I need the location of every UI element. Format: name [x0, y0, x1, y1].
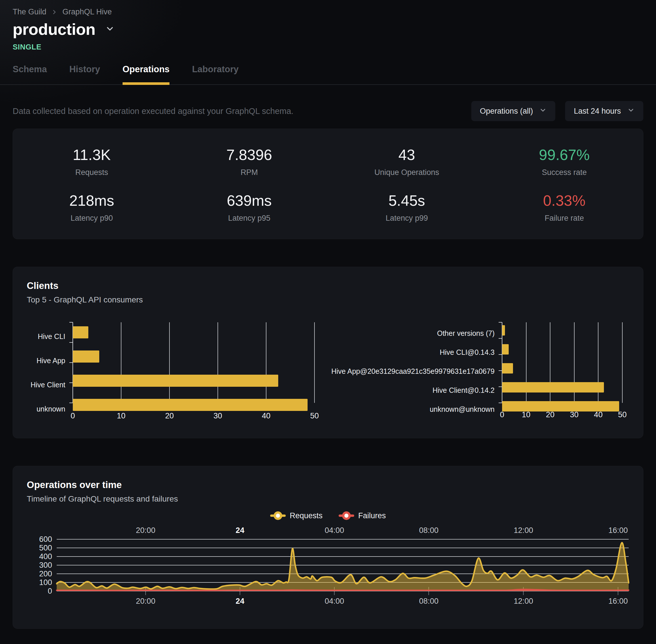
tab-bar: Schema History Operations Laboratory — [0, 64, 656, 85]
clients-card-title: Clients — [27, 280, 629, 291]
time-label-bottom: 24 — [236, 597, 244, 606]
axis-tick — [499, 322, 502, 323]
axis-tick-label: 40 — [594, 410, 603, 419]
bar-rows: Hive CLIHive AppHive Clientunknown — [73, 326, 314, 407]
time-label-bottom: 12:00 — [514, 597, 533, 606]
bar-category-label: Hive App@20e3129caa921c35e9979631e17a067… — [333, 363, 495, 379]
chevron-right-icon — [51, 9, 58, 16]
bar-category-label: Hive Client — [27, 375, 65, 395]
legend-marker-icon — [338, 511, 354, 520]
page: { "breadcrumb": { "items": ["The Guild",… — [0, 0, 656, 644]
bar-row: Hive Client@0.14.2 — [502, 382, 622, 398]
axis-tick-label: 30 — [570, 410, 579, 419]
bar-row: Hive Client — [73, 375, 314, 395]
stat-value: 99.67% — [486, 146, 643, 163]
legend-dot-icon — [342, 511, 351, 520]
legend-label: Failures — [358, 511, 386, 520]
bar-rows: Other versions (7)Hive CLI@0.14.3Hive Ap… — [502, 325, 622, 406]
stat-requests: 11.3K Requests — [13, 139, 171, 184]
axis-tick-label: 0 — [500, 410, 504, 419]
stat-label: Success rate — [486, 168, 643, 177]
stat-label: RPM — [171, 168, 328, 177]
bar-x-axis: 01020304050 — [502, 406, 622, 421]
stat-rpm: 7.8396 RPM — [171, 139, 328, 184]
stat-value: 0.33% — [486, 192, 643, 209]
filters: Operations (all) Last 24 hours — [471, 101, 643, 121]
axis-tick — [69, 362, 73, 363]
bar-category-label: Hive CLI — [27, 326, 65, 346]
tab-schema[interactable]: Schema — [13, 64, 47, 84]
axis-tick — [69, 383, 73, 383]
bar-x-axis: 01020304050 — [73, 407, 314, 422]
time-label-bottom: 08:00 — [419, 597, 439, 606]
operations-timeline-chart: 20:0020:00242404:0004:0008:0008:0012:001… — [27, 526, 629, 612]
requests-area — [57, 543, 629, 591]
legend-item-requests[interactable]: Requests — [270, 511, 323, 520]
axis-tick — [499, 387, 502, 387]
breadcrumb-org-link[interactable]: The Guild — [13, 7, 46, 16]
legend-item-failures[interactable]: Failures — [338, 511, 386, 520]
stat-value: 43 — [328, 146, 486, 163]
y-tick-label: 100 — [27, 578, 52, 587]
axis-tick — [69, 342, 73, 343]
page-title: production — [13, 20, 95, 39]
period-filter-dropdown[interactable]: Last 24 hours — [565, 101, 643, 121]
stat-value: 7.8396 — [171, 146, 328, 163]
bar-category-label: Hive Client@0.14.2 — [333, 382, 495, 398]
time-label-bottom: 04:00 — [325, 597, 344, 606]
stat-label: Latency p90 — [13, 214, 171, 223]
stat-latency-p95: 639ms Latency p95 — [171, 184, 328, 230]
stat-value: 639ms — [171, 192, 328, 209]
axis-tick-label: 50 — [618, 410, 627, 419]
chevron-down-icon — [539, 107, 547, 116]
tab-operations[interactable]: Operations — [122, 64, 170, 84]
stat-failure-rate: 0.33% Failure rate — [486, 184, 643, 230]
breadcrumb: The Guild GraphQL Hive — [13, 0, 643, 16]
stat-label: Latency p95 — [171, 214, 328, 223]
bar — [502, 382, 604, 392]
header: The Guild GraphQL Hive production SINGLE — [13, 0, 643, 51]
legend-marker-icon — [270, 511, 286, 520]
clients-card: Clients Top 5 - GraphQL API consumers Hi… — [13, 267, 643, 438]
operations-over-time-card: Operations over time Timeline of GraphQL… — [13, 466, 643, 629]
axis-tick-label: 10 — [117, 412, 125, 420]
chevron-down-icon — [627, 107, 635, 116]
main-content: The Guild GraphQL Hive production SINGLE… — [0, 0, 656, 629]
stat-value: 5.45s — [328, 192, 486, 209]
operations-filter-value: Operations (all) — [480, 107, 533, 116]
bar-row: Other versions (7) — [502, 325, 622, 341]
clients-by-name-chart: Hive CLIHive AppHive Clientunknown010203… — [27, 322, 321, 422]
timeline-plot — [57, 539, 629, 591]
target-switcher-button[interactable] — [103, 22, 117, 36]
breadcrumb-project-link[interactable]: GraphQL Hive — [63, 7, 112, 16]
y-tick-label: 0 — [27, 587, 52, 596]
stats-card: 11.3K Requests 7.8396 RPM 43 Unique Oper… — [13, 129, 643, 239]
ops-card-title: Operations over time — [27, 479, 629, 490]
time-label-top: 12:00 — [514, 526, 533, 535]
clients-card-subtitle: Top 5 - GraphQL API consumers — [27, 295, 629, 304]
bar-category-label: unknown@unknown — [333, 401, 495, 417]
y-tick-label: 400 — [27, 552, 52, 561]
axis-tick-label: 50 — [310, 412, 319, 420]
ops-card-subtitle: Timeline of GraphQL requests and failure… — [27, 495, 629, 504]
stat-latency-p90: 218ms Latency p90 — [13, 184, 171, 230]
time-label-top: 24 — [236, 526, 244, 535]
toolbar: Data collected based on operation execut… — [13, 101, 643, 121]
period-filter-value: Last 24 hours — [574, 107, 621, 116]
bar-row: Hive CLI — [73, 326, 314, 346]
bar — [73, 375, 278, 387]
clients-charts-row: Hive CLIHive AppHive Clientunknown010203… — [27, 322, 629, 422]
axis-tick — [499, 354, 502, 355]
tab-history[interactable]: History — [69, 64, 100, 84]
stat-success-rate: 99.67% Success rate — [486, 139, 643, 184]
operations-filter-dropdown[interactable]: Operations (all) — [471, 101, 556, 121]
y-tick-label: 600 — [27, 535, 52, 544]
axis-tick-label: 40 — [262, 412, 271, 420]
stat-label: Unique Operations — [328, 168, 486, 177]
axis-tick-label: 20 — [165, 412, 174, 420]
legend-dot-icon — [274, 511, 282, 520]
tab-laboratory[interactable]: Laboratory — [192, 64, 238, 84]
stat-value: 11.3K — [13, 146, 171, 163]
stat-latency-p99: 5.45s Latency p99 — [328, 184, 486, 230]
axis-tick-label: 20 — [546, 410, 555, 419]
